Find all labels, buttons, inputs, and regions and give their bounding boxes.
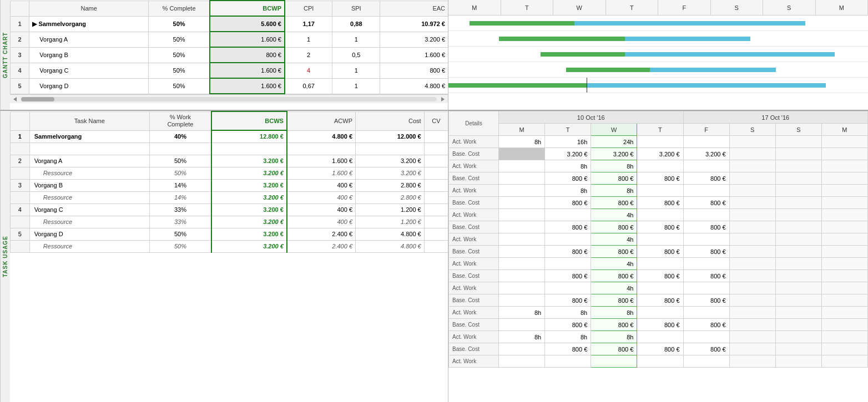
- task-chart-cell: [499, 294, 545, 307]
- tu-row-bcws: 12.800 €: [211, 130, 287, 143]
- task-chart-cell: [637, 355, 683, 368]
- tu-row-cv: [424, 167, 448, 179]
- task-chart-row-label: Base. Cost: [449, 270, 499, 282]
- gantt-chart-row: [448, 31, 868, 47]
- scrollbar-thumb[interactable]: [21, 97, 54, 101]
- task-chart-cell: 3.200 €: [591, 148, 637, 160]
- tu-th-bcws: BCWS: [211, 111, 287, 130]
- tu-row-cv: [424, 191, 448, 203]
- tu-th-cv: CV: [424, 111, 448, 130]
- task-chart-cell: 8h: [591, 160, 637, 172]
- gantt-row-eac: 3.200 €: [380, 32, 448, 47]
- task-chart-cell: [545, 355, 591, 368]
- task-chart-cell: [729, 197, 775, 209]
- task-chart-cell: [637, 258, 683, 270]
- tu-row-bcws: 3.200 €: [211, 179, 287, 191]
- task-chart-data-row: Base. Cost800 €800 €800 €800 €: [449, 319, 868, 331]
- tu-row-cost: 4.800 €: [356, 240, 425, 252]
- task-chart-cell: [683, 258, 729, 270]
- task-chart-cell: 8h: [591, 307, 637, 319]
- task-chart-row-label: Act. Work: [449, 136, 499, 148]
- task-chart-cell: [775, 331, 821, 343]
- task-chart-cell: [683, 209, 729, 221]
- tu-row-acwp: 1.600 €: [287, 167, 356, 179]
- gantt-th-spi: SPI: [332, 1, 380, 16]
- tu-row-name: Ressource: [29, 191, 149, 203]
- task-chart-cell: 800 €: [545, 197, 591, 209]
- gantt-scroll-bar[interactable]: [10, 94, 448, 103]
- gantt-row-name: Vorgang D: [29, 78, 149, 94]
- scroll-right-arrow[interactable]: [439, 95, 447, 103]
- task-chart-cell: [591, 355, 637, 368]
- task-chart-cell: 800 €: [683, 294, 729, 307]
- task-chart-cell: [775, 148, 821, 160]
- task-chart-cell: [821, 136, 867, 148]
- task-chart-data-row: Base. Cost800 €800 €800 €800 €: [449, 270, 868, 282]
- task-chart-cell: [683, 160, 729, 172]
- tu-row-cv: [424, 203, 448, 216]
- task-chart-cell: 800 €: [591, 294, 637, 307]
- task-chart-row-label: Base. Cost: [449, 197, 499, 209]
- task-chart-cell: [729, 221, 775, 233]
- task-chart-cell: [775, 209, 821, 221]
- task-chart-cell: [683, 185, 729, 197]
- task-chart-cell: [545, 282, 591, 294]
- gantt-day-header-col: F: [658, 0, 711, 15]
- gantt-table-area: Name % Complete BCWP CPI SPI EAC 1▶ Samm…: [10, 0, 448, 110]
- task-chart-cell: 800 €: [683, 319, 729, 331]
- task-chart-cell: 800 €: [637, 319, 683, 331]
- task-chart-row-label: Base. Cost: [449, 319, 499, 331]
- task-usage-table: Task Name % Work Complete BCWS ACWP Cost…: [10, 111, 448, 253]
- task-chart-row-label: Act. Work: [449, 209, 499, 221]
- scrollbar-track[interactable]: [21, 97, 437, 101]
- task-usage-row: [11, 143, 448, 155]
- task-usage-row: 2Vorgang A50%3.200 €1.600 €3.200 €: [11, 155, 448, 167]
- task-chart-cell: [729, 136, 775, 148]
- gantt-row-spi: 1: [332, 32, 380, 47]
- gantt-scroll-left[interactable]: [10, 95, 448, 103]
- tu-row-bcws: [211, 143, 287, 155]
- tu-row-num: 5: [11, 228, 30, 240]
- tu-row-pct: 33%: [150, 203, 211, 216]
- task-chart-cell: 8h: [499, 136, 545, 148]
- main-content: GANTT CHART Name % Complete BCWP CPI SPI…: [0, 0, 868, 402]
- gantt-row-bcwp: 1.600 €: [210, 78, 285, 94]
- task-chart-cell: [499, 270, 545, 282]
- tu-row-pct: [150, 143, 211, 155]
- task-chart-cell: [683, 136, 729, 148]
- task-chart-cell: 800 €: [637, 270, 683, 282]
- task-chart-day-col: M: [499, 124, 545, 136]
- gantt-row-name: Vorgang A: [29, 32, 149, 47]
- gantt-row-cpi: 1,17: [285, 16, 332, 32]
- task-chart-cell: 16h: [545, 136, 591, 148]
- tu-th-num: [11, 111, 30, 130]
- app-wrapper: GANTT CHART Name % Complete BCWP CPI SPI…: [0, 0, 868, 402]
- task-chart-cell: [729, 233, 775, 246]
- task-chart-cell: 24h: [591, 136, 637, 148]
- scroll-left-arrow[interactable]: [11, 95, 19, 103]
- gantt-th-name: Name: [29, 1, 149, 16]
- gantt-row-bcwp: 5.600 €: [210, 16, 285, 32]
- task-chart-cell: 800 €: [545, 221, 591, 233]
- task-chart-cell: [729, 258, 775, 270]
- gantt-day-header-col: S: [763, 0, 816, 15]
- tu-row-cv: [424, 240, 448, 252]
- task-chart-cell: [821, 160, 867, 172]
- task-chart-cell: 800 €: [545, 270, 591, 282]
- gantt-row-pct: 50%: [149, 47, 210, 63]
- task-chart-cell: [821, 343, 867, 355]
- task-chart-cell: [821, 197, 867, 209]
- gantt-row-num: 3: [11, 47, 29, 63]
- task-chart-cell: 8h: [545, 160, 591, 172]
- task-chart-cell: [821, 282, 867, 294]
- task-chart-cell: [775, 136, 821, 148]
- task-chart-cell: [683, 233, 729, 246]
- gantt-day-header-col: M: [448, 0, 501, 15]
- tu-row-num: 2: [11, 155, 30, 167]
- task-chart-data-row: Act. Work: [449, 355, 868, 368]
- tu-row-pct: 50%: [150, 228, 211, 240]
- task-chart-cell: 800 €: [683, 197, 729, 209]
- tu-row-name: Ressource: [29, 216, 149, 228]
- task-chart-cell: 800 €: [637, 172, 683, 185]
- tu-row-num: 3: [11, 179, 30, 191]
